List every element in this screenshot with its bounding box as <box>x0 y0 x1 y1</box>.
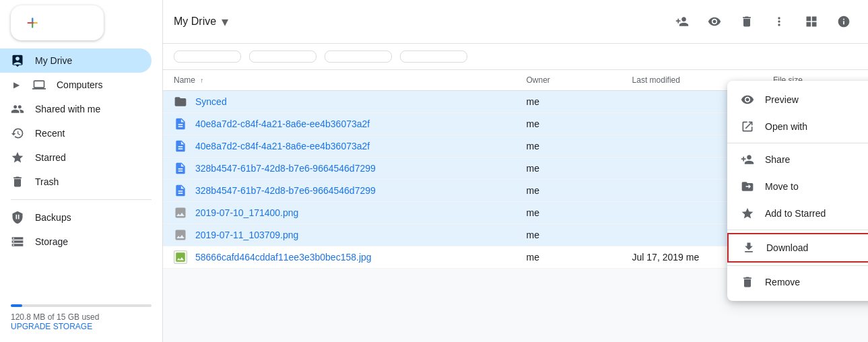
info-button[interactable] <box>830 8 857 35</box>
share-icon <box>741 153 754 166</box>
context-menu-divider-divider1 <box>727 143 868 143</box>
sidebar-item-starred[interactable]: Starred <box>0 145 152 170</box>
file-name-cell: 328b4547-61b7-42d8-b7e6-9664546d7299 <box>174 184 505 197</box>
file-icon <box>174 95 187 108</box>
file-name-link[interactable]: 328b4547-61b7-42d8-b7e6-9664546d7299 <box>195 185 376 196</box>
file-name-link[interactable]: 328b4547-61b7-42d8-b7e6-9664546d7299 <box>195 163 376 174</box>
file-name-cell: Synced <box>174 95 505 108</box>
delete-button[interactable] <box>733 8 760 35</box>
context-menu-item-open-with[interactable]: Open with › <box>727 113 868 140</box>
svg-rect-6 <box>32 18 33 23</box>
sidebar-item-trash[interactable]: Trash <box>0 170 152 194</box>
context-menu-item-add-starred[interactable]: Add to Starred <box>727 200 868 227</box>
sidebar-item-shared[interactable]: Shared with me <box>0 97 152 121</box>
owner-cell: me <box>516 91 622 113</box>
my-drive-icon <box>11 54 24 67</box>
dropdown-arrow-icon[interactable]: ▾ <box>222 13 228 30</box>
sidebar-divider <box>11 199 152 200</box>
starred-label: Starred <box>35 152 66 163</box>
context-menu-divider-divider3 <box>727 265 868 266</box>
file-name-cell: 40e8a7d2-c84f-4a21-8a6e-ee4b36073a2f <box>174 117 505 131</box>
storage-section: 120.8 MB of 15 GB used UPGRADE STORAGE <box>0 288 162 342</box>
owner-cell: me <box>516 158 622 180</box>
owner-cell: me <box>516 135 622 158</box>
sidebar-item-my-drive[interactable]: My Drive <box>0 48 152 73</box>
folder-chip-2[interactable] <box>249 50 316 63</box>
col-header-name[interactable]: Name ↑ <box>163 70 516 91</box>
file-name-link[interactable]: 40e8a7d2-c84f-4a21-8a6e-ee4b36073a2f <box>195 118 370 129</box>
context-menu-label-add-starred: Add to Starred <box>765 208 826 219</box>
storage-label: Storage <box>35 236 68 247</box>
file-name-link[interactable]: Synced <box>195 96 227 107</box>
recent-label: Recent <box>35 128 65 139</box>
sidebar: + New <box>0 0 163 342</box>
more-options-button[interactable] <box>766 8 793 35</box>
backups-label: Backups <box>35 212 71 223</box>
file-name-link[interactable]: 58666cafd464cddaf11ee3e3b0bec158.jpg <box>195 252 372 263</box>
header: My Drive ▾ <box>163 0 868 44</box>
upgrade-storage-link[interactable]: UPGRADE STORAGE <box>11 322 92 331</box>
context-menu-label-move-to: Move to <box>765 181 799 192</box>
new-btn-container[interactable] <box>11 5 104 40</box>
header-actions <box>669 8 857 35</box>
file-icon <box>174 206 187 219</box>
sidebar-nav: My Drive ▶ Computers Shared with me Rece… <box>0 48 162 254</box>
file-name-link[interactable]: 2019-07-11_103709.png <box>195 230 298 240</box>
context-menu-label-share: Share <box>765 154 790 165</box>
file-name-link[interactable]: 40e8a7d2-c84f-4a21-8a6e-ee4b36073a2f <box>195 141 370 151</box>
context-menu-item-remove[interactable]: Remove <box>727 269 868 296</box>
file-icon <box>174 162 187 175</box>
sidebar-item-backups[interactable]: Backups <box>0 205 152 230</box>
storage-bar-container <box>11 304 152 307</box>
trash-label: Trash <box>35 176 59 187</box>
preview-button[interactable] <box>701 8 728 35</box>
context-menu-item-move-to[interactable]: Move to <box>727 173 868 200</box>
file-name-cell: 58666cafd464cddaf11ee3e3b0bec158.jpg <box>174 250 505 264</box>
folder-chips-row <box>163 44 868 70</box>
sidebar-item-recent[interactable]: Recent <box>0 121 152 145</box>
file-icon <box>174 117 187 131</box>
download-icon <box>742 241 756 254</box>
file-icon <box>174 250 187 264</box>
file-icon <box>174 139 187 153</box>
remove-icon <box>741 275 754 289</box>
file-icon <box>174 184 187 197</box>
folder-chip-3[interactable] <box>325 50 392 63</box>
drive-title: My Drive <box>174 15 216 28</box>
header-title-area: My Drive ▾ <box>174 13 228 30</box>
context-menu-label-download: Download <box>766 242 808 253</box>
context-menu-item-share[interactable]: Share <box>727 146 868 173</box>
move-to-icon <box>741 180 754 193</box>
file-name-cell: 2019-07-11_103709.png <box>174 228 505 242</box>
context-menu-divider-divider2 <box>727 230 868 230</box>
storage-bar-fill <box>11 304 22 307</box>
context-menu-label-open-with: Open with <box>765 121 807 132</box>
folder-chip-4[interactable] <box>400 50 467 63</box>
owner-cell: me <box>516 224 622 246</box>
file-icon <box>174 228 187 242</box>
computers-icon <box>32 78 46 92</box>
storage-icon <box>11 235 24 248</box>
svg-rect-7 <box>34 22 38 24</box>
file-name-cell: 40e8a7d2-c84f-4a21-8a6e-ee4b36073a2f <box>174 139 505 153</box>
grid-view-button[interactable] <box>798 8 825 35</box>
col-header-owner[interactable]: Owner <box>516 70 622 91</box>
add-person-button[interactable] <box>669 8 696 35</box>
preview-icon <box>741 93 754 106</box>
context-menu: Preview Open with › Share Move to Add to… <box>727 81 868 301</box>
sidebar-item-label: My Drive <box>35 55 72 66</box>
owner-cell: me <box>516 246 622 269</box>
owner-cell: me <box>516 113 622 135</box>
context-menu-item-download[interactable]: Download <box>727 233 868 263</box>
shared-label: Shared with me <box>35 104 100 114</box>
file-name-cell: 328b4547-61b7-42d8-b7e6-9664546d7299 <box>174 162 505 175</box>
folder-chip-1[interactable] <box>174 50 241 63</box>
file-name-link[interactable]: 2019-07-10_171400.png <box>195 207 298 218</box>
starred-icon <box>11 151 24 164</box>
google-plus-icon-container <box>24 15 40 31</box>
owner-cell: me <box>516 202 622 224</box>
backups-icon <box>11 211 24 224</box>
sidebar-item-computers[interactable]: ▶ Computers <box>0 73 152 97</box>
sidebar-item-storage[interactable]: Storage <box>0 230 152 254</box>
context-menu-item-preview[interactable]: Preview <box>727 86 868 113</box>
